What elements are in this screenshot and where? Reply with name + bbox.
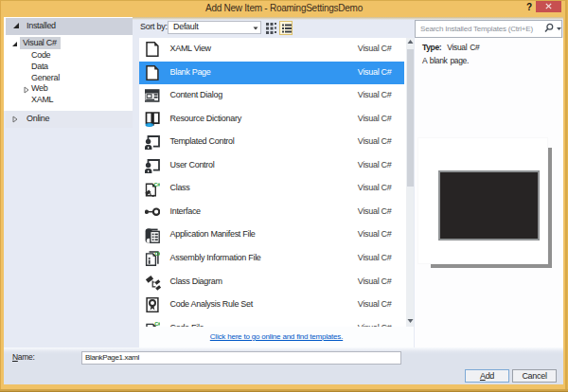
svg-text:C#: C# xyxy=(154,182,160,187)
svg-text:C#: C# xyxy=(154,251,160,257)
